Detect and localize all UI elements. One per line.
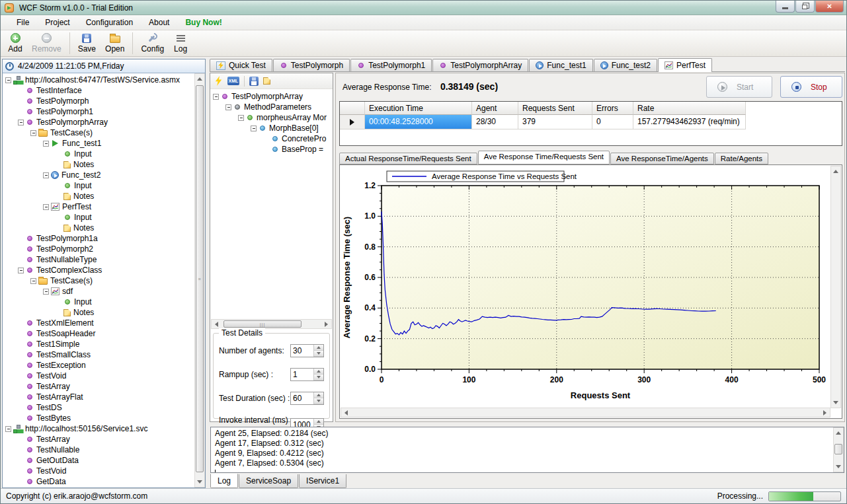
service-tree-item[interactable]: Test1Simple [3, 339, 194, 349]
service-tree-item[interactable]: http://localhost:64747/TestWS/Service.as… [3, 75, 194, 85]
spin-up-button[interactable] [314, 392, 323, 398]
service-tree-item[interactable]: sdf [3, 286, 194, 297]
service-tree-item[interactable]: TestPolymorph2 [3, 244, 194, 254]
field-value[interactable]: 60 [291, 392, 313, 404]
service-tree-item[interactable]: Notes [3, 307, 194, 318]
save-icon[interactable] [249, 77, 259, 86]
expander-icon[interactable] [5, 77, 11, 83]
grid-cell[interactable]: 157.277943462937 (req/min) [633, 115, 746, 129]
field-spinner[interactable]: 60 [290, 392, 324, 405]
grid-data-row[interactable]: 00:00:48.252800028/303790157.27794346293… [340, 115, 842, 129]
grid-column-header[interactable]: Agent [472, 102, 518, 115]
service-tree-item[interactable]: PerfTest [3, 201, 194, 212]
service-tree-item[interactable]: TestDS [3, 402, 194, 413]
scrollbar-thumb[interactable] [834, 444, 842, 454]
grid-column-header[interactable]: Errors [592, 102, 633, 115]
log-tab-iservice1[interactable]: IService1 [299, 474, 346, 488]
tab-functest2[interactable]: Func_test2 [594, 59, 657, 71]
scrollbar-thumb[interactable]: ≡ [196, 85, 204, 472]
scrollbar-thumb[interactable]: ||| [223, 320, 302, 328]
row-selector-cell[interactable] [340, 115, 365, 129]
grid-cell[interactable]: 00:00:48.2528000 [365, 115, 472, 129]
parameters-hscrollbar[interactable]: ||| [211, 319, 332, 329]
chart-tab-3[interactable]: Rate/Agents [715, 153, 768, 164]
service-tree-item[interactable]: Notes [3, 191, 194, 201]
tab-testpolymorpharray[interactable]: TestPolymorphArray [432, 59, 528, 71]
chart-tab-1[interactable]: Ave Response Time/Requests Sent [478, 151, 610, 164]
invoke-icon[interactable] [214, 76, 223, 86]
grid-column-header[interactable]: Rate [633, 102, 746, 115]
field-spinner[interactable]: 1 [290, 368, 324, 381]
expander-icon[interactable] [43, 289, 49, 295]
menu-item-file[interactable]: File [9, 16, 37, 29]
service-tree-item[interactable]: Func_test2 [3, 170, 194, 180]
chart-tab-0[interactable]: Actual ResponseTime/Requests Sent [339, 153, 477, 164]
service-tree-item[interactable]: Input [3, 297, 194, 307]
service-tree-item[interactable]: TestArrayFlat [3, 392, 194, 402]
service-tree-item[interactable]: TestPolymorph [3, 96, 194, 106]
chart-vscrollbar[interactable] [830, 166, 841, 408]
scroll-left-button[interactable] [341, 408, 351, 417]
grid-cell[interactable]: 28/30 [472, 115, 518, 129]
spin-down-button[interactable] [314, 351, 323, 357]
close-button[interactable]: ✕ [815, 1, 844, 13]
log-button[interactable]: Log [169, 30, 192, 56]
config-button[interactable]: Config [136, 30, 169, 56]
service-tree-item[interactable]: TestPolymorph1a [3, 233, 194, 244]
service-tree-item[interactable]: TestInterface [3, 85, 194, 96]
service-tree-scrollbar[interactable]: ≡ [194, 73, 205, 487]
field-value[interactable]: 1 [291, 369, 313, 380]
menu-item-about[interactable]: About [141, 16, 177, 29]
stop-button[interactable]: Stop [780, 76, 842, 98]
start-button[interactable]: Start [706, 76, 772, 98]
log-tab-log[interactable]: Log [210, 474, 238, 488]
service-tree-item[interactable]: TestNullable [3, 445, 194, 455]
minimize-button[interactable] [776, 1, 795, 13]
parameters-tree-item[interactable]: BaseProp = [210, 144, 333, 155]
grid-cell[interactable]: 0 [592, 115, 633, 129]
service-tree-item[interactable]: TestVoid [3, 371, 194, 381]
restore-button[interactable] [795, 1, 815, 13]
spin-up-button[interactable] [314, 345, 323, 351]
title-bar[interactable]: WCF Storm v1.0.0 - Trial Edition ✕ [1, 1, 846, 15]
service-tree-item[interactable]: GetData [3, 476, 194, 487]
service-tree-item[interactable]: Input [3, 180, 194, 191]
expander-icon[interactable] [5, 426, 11, 432]
expander-icon[interactable] [18, 120, 24, 126]
expander-icon[interactable] [213, 94, 219, 100]
tab-perftest[interactable]: PerfTest [658, 58, 712, 71]
scroll-down-button[interactable] [195, 477, 204, 487]
expander-icon[interactable] [225, 104, 231, 110]
expander-icon[interactable] [251, 126, 257, 131]
grid-column-header[interactable]: Execution Time [365, 102, 472, 115]
service-tree-item[interactable]: TestNullableType [3, 254, 194, 265]
xml-icon[interactable]: XML [227, 77, 239, 85]
scroll-up-button[interactable] [831, 166, 840, 176]
spin-up-button[interactable] [314, 419, 323, 425]
service-tree-item[interactable]: TestPolymorph1 [3, 106, 194, 117]
notes-icon[interactable] [263, 77, 270, 85]
menu-item-buynow[interactable]: Buy Now! [177, 16, 229, 29]
scroll-up-button[interactable] [834, 428, 843, 438]
field-value[interactable]: 30 [291, 345, 313, 357]
service-tree-item[interactable]: Input [3, 149, 194, 159]
spin-down-button[interactable] [314, 375, 323, 380]
parameters-tree-item[interactable]: TestPolymorphArray [210, 91, 333, 102]
spin-down-button[interactable] [314, 398, 323, 404]
service-tree-item[interactable]: http://localhost:50156/Service1.svc [3, 423, 194, 434]
service-tree-item[interactable]: TestCase(s) [3, 275, 194, 286]
scroll-up-button[interactable] [195, 74, 204, 84]
service-tree-item[interactable]: TestArray [3, 434, 194, 445]
service-tree-item[interactable]: TestXmlElement [3, 318, 194, 328]
log-scrollbar[interactable] [833, 427, 844, 472]
service-tree-item[interactable]: TestCase(s) [3, 127, 194, 138]
service-tree-item[interactable]: GetOutData [3, 455, 194, 466]
spin-up-button[interactable] [314, 369, 323, 375]
scroll-right-button[interactable] [820, 408, 830, 417]
expander-icon[interactable] [43, 141, 49, 147]
scroll-down-button[interactable] [831, 398, 840, 408]
tab-testpolymorph[interactable]: TestPolymorph [273, 59, 350, 71]
menu-item-configuration[interactable]: Configuration [78, 16, 141, 29]
service-tree-item[interactable]: TestComplexClass [3, 265, 194, 275]
service-tree-item[interactable]: TestSmallClass [3, 349, 194, 360]
